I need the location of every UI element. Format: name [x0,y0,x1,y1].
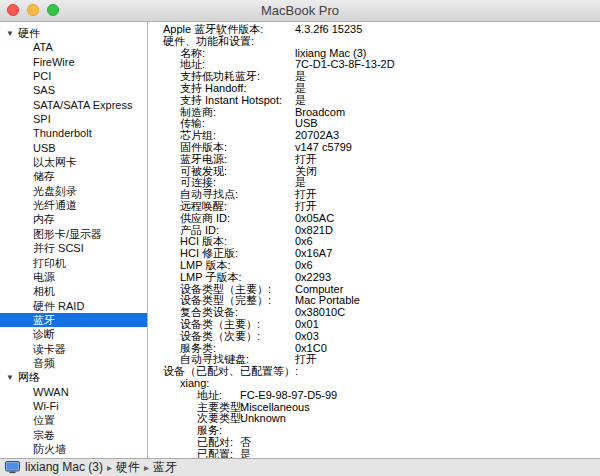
info-row: 固件版本:v147 c5799 [148,142,600,154]
sidebar-item[interactable]: WWAN [0,385,147,399]
sidebar-item[interactable]: USB [0,141,147,155]
info-value: 是 [240,449,251,458]
info-row: LMP 版本:0x6 [148,260,600,272]
info-label: LMP 版本: [180,260,231,272]
bluetooth-info-pane: Apple 蓝牙软件版本:4.3.2f6 15235硬件、功能和设置:名称:li… [148,22,600,458]
info-label: 已配对: [197,437,233,449]
sidebar-item[interactable]: 音频 [0,356,147,370]
info-row: 制造商:Broadcom [148,107,600,119]
info-label: 支持 Handoff: [180,83,246,95]
window-body: ▼硬件ATAFireWirePCISASSATA/SATA ExpressSPI… [0,22,600,458]
info-label: 支持 Instant Hotspot: [180,95,282,107]
info-value: 4.3.2f6 15235 [295,24,362,36]
info-value: 7C-D1-C3-8F-13-2D [295,59,395,71]
sidebar-item[interactable]: 电源 [0,270,147,284]
sidebar-item[interactable]: SPI [0,112,147,126]
sidebar-item[interactable]: SAS [0,83,147,97]
info-label: 设备类（主要）: [180,319,260,331]
info-value: Unknown [240,413,286,425]
sidebar-item[interactable]: 读卡器 [0,342,147,356]
breadcrumb-item: 硬件 [116,460,140,474]
info-value: 0x2293 [295,272,331,284]
sidebar-item[interactable]: 位置 [0,413,147,427]
sidebar-item[interactable]: SATA/SATA Express [0,98,147,112]
sidebar-item[interactable]: 诊断 [0,327,147,341]
sidebar-item[interactable]: PCI [0,69,147,83]
info-value: 0x6 [295,260,313,272]
info-label: 远程唤醒: [180,201,227,213]
info-row: LMP 子版本:0x2293 [148,272,600,284]
sidebar-item[interactable]: 硬件 RAID [0,299,147,313]
info-row: 支持 Instant Hotspot:是 [148,95,600,107]
computer-icon [5,461,20,474]
breadcrumb: lixiang Mac (3)▸硬件▸蓝牙 [25,459,177,476]
info-value: 否 [240,437,251,449]
sidebar-item[interactable]: 防火墙 [0,442,147,456]
sidebar-item[interactable]: 储存 [0,169,147,183]
info-label: 地址: [197,390,222,402]
info-value: 0x05AC [295,213,334,225]
title-bar: MacBook Pro [0,0,600,22]
breadcrumb-separator-icon: ▸ [107,462,112,473]
info-label: 已配置: [197,449,233,458]
sidebar-section-label: 网络 [18,371,40,383]
sidebar: ▼硬件ATAFireWirePCISASSATA/SATA ExpressSPI… [0,22,148,458]
info-row: 已配置:是 [148,449,600,458]
info-value: 0x03 [295,331,319,343]
info-value: FC-E9-98-97-D5-99 [240,390,337,402]
disclosure-triangle-icon[interactable]: ▼ [6,27,14,41]
sidebar-item[interactable]: FireWire [0,55,147,69]
sidebar-item[interactable]: ATA [0,40,147,54]
zoom-button[interactable] [47,4,59,16]
window-title: MacBook Pro [261,3,339,18]
traffic-lights [7,4,59,16]
sidebar-section-header[interactable]: ▼硬件 [0,26,147,40]
sidebar-item[interactable]: 相机 [0,284,147,298]
sidebar-item[interactable]: 打印机 [0,256,147,270]
disclosure-triangle-icon[interactable]: ▼ [6,371,14,385]
minimize-button[interactable] [27,4,39,16]
sidebar-item[interactable]: 光纤通道 [0,198,147,212]
info-label: 供应商 ID: [180,213,230,225]
close-button[interactable] [7,4,19,16]
sidebar-section-header[interactable]: ▼网络 [0,370,147,384]
info-label: 固件版本: [180,142,227,154]
sidebar-item[interactable]: 并行 SCSI [0,241,147,255]
breadcrumb-item: 蓝牙 [153,460,177,474]
sidebar-item[interactable]: 宗卷 [0,428,147,442]
sidebar-item[interactable]: 内存 [0,212,147,226]
info-row: 供应商 ID:0x05AC [148,213,600,225]
sidebar-item[interactable]: 蓝牙 [0,313,147,327]
info-row: 已配对:否 [148,437,600,449]
system-information-window: MacBook Pro ▼硬件ATAFireWirePCISASSATA/SAT… [0,0,600,476]
sidebar-item[interactable]: Thunderbolt [0,126,147,140]
info-value: 是 [295,83,306,95]
info-value: 打开 [295,354,317,366]
sidebar-item[interactable]: 图形卡/显示器 [0,227,147,241]
info-value: 0x01 [295,319,319,331]
status-bar: lixiang Mac (3)▸硬件▸蓝牙 [0,458,600,476]
info-row: 远程唤醒:打开 [148,201,600,213]
info-label: 硬件、功能和设置: [163,36,254,48]
info-row: 设备类（次要）:0x03 [148,331,600,343]
breadcrumb-item: lixiang Mac (3) [25,460,103,474]
info-value: 打开 [295,154,317,166]
breadcrumb-separator-icon: ▸ [144,462,149,473]
sidebar-item[interactable]: Wi-Fi [0,399,147,413]
sidebar-item[interactable]: 光盘刻录 [0,184,147,198]
info-value: v147 c5799 [295,142,352,154]
info-label: 蓝牙电源: [180,154,227,166]
info-label: LMP 子版本: [180,272,242,284]
info-row: 设备类（主要）:0x01 [148,319,600,331]
info-row: 支持 Handoff:是 [148,83,600,95]
info-row: xiang: [148,378,600,390]
info-value: 是 [295,95,306,107]
info-row: 硬件、功能和设置: [148,36,600,48]
sidebar-section-label: 硬件 [18,27,40,39]
info-label: xiang: [180,378,209,390]
info-row: 地址:FC-E9-98-97-D5-99 [148,390,600,402]
info-row: 设备（已配对、已配置等）: [148,366,600,378]
sidebar-item[interactable]: 以太网卡 [0,155,147,169]
info-label: 设备类（次要）: [180,331,260,343]
info-row: 蓝牙电源:打开 [148,154,600,166]
